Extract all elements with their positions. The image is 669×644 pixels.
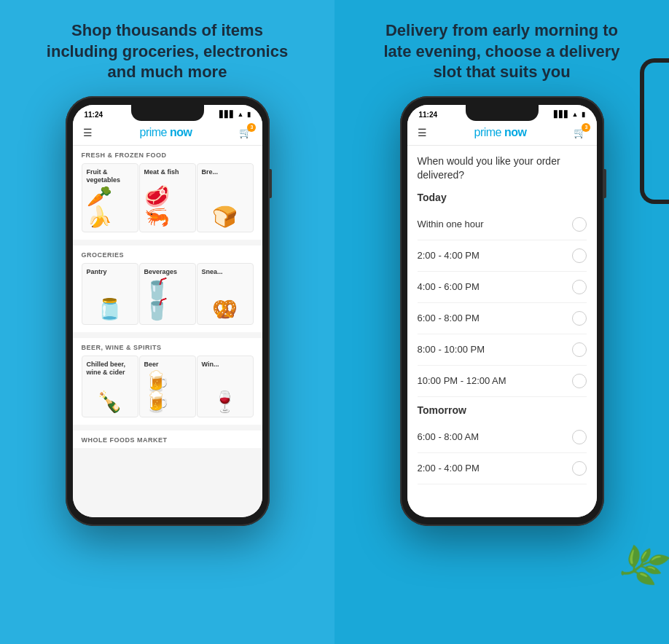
fresh-frozen-section: FRESH & FROZEN FOOD Fruit & vegetables 🥕… xyxy=(73,146,262,240)
slot-6-8am[interactable]: 6:00 - 8:00 AM xyxy=(418,422,587,453)
radio-1[interactable] xyxy=(572,217,587,232)
beer-name: Beer xyxy=(144,361,191,369)
app-header-left: ☰ prime now 🛒 3 xyxy=(73,122,262,146)
slot-text-5: 8:00 - 10:00 PM xyxy=(418,344,485,355)
radio-6[interactable] xyxy=(572,374,587,388)
prime-now-logo-left: prime now xyxy=(139,126,192,139)
app-header-right: ☰ prime now 🛒 3 xyxy=(407,122,597,146)
radio-8[interactable] xyxy=(572,461,587,476)
slot-within-one-hour[interactable]: Within one hour xyxy=(418,209,587,240)
radio-5[interactable] xyxy=(572,342,587,357)
beer-wine-items: Chilled beer, wine & cider 🍾 Beer 🍺🍺 xyxy=(73,356,262,425)
bread-name: Bre... xyxy=(202,168,249,176)
snacks-name: Snea... xyxy=(202,268,249,276)
beer-item[interactable]: Beer 🍺🍺 xyxy=(139,356,196,417)
wifi-icon-right: ▲ xyxy=(572,111,579,118)
cart-icon-left[interactable]: 🛒 3 xyxy=(239,127,251,138)
meat-fish-emoji: 🥩🦐 xyxy=(144,186,191,227)
pantry-item[interactable]: Pantry 🫙 xyxy=(82,263,138,325)
snacks-img: 🥨 xyxy=(202,279,249,320)
snacks-emoji: 🥨 xyxy=(212,299,238,320)
radio-7[interactable] xyxy=(572,430,587,444)
left-phone: 11:24 ▋▋▋ ▲ ▮ ☰ prime now 🛒 3 xyxy=(66,96,270,526)
beer-img: 🍺🍺 xyxy=(144,372,191,412)
wine-item[interactable]: Win... 🍷 xyxy=(197,356,254,417)
time-right: 11:24 xyxy=(419,111,438,119)
leek-decoration: 🌿 xyxy=(614,537,669,594)
slot-10pm-12am[interactable]: 10:00 PM - 12:00 AM xyxy=(418,366,587,397)
side-button-right xyxy=(604,169,606,198)
snacks-item[interactable]: Snea... 🥨 xyxy=(197,263,254,325)
bread-img: 🍞 xyxy=(202,179,249,228)
cart-badge-left: 3 xyxy=(247,123,256,132)
pantry-name: Pantry xyxy=(87,268,133,276)
menu-icon-right[interactable]: ☰ xyxy=(418,127,427,138)
slot-text-7: 6:00 - 8:00 AM xyxy=(418,431,480,442)
status-icons-right: ▋▋▋ ▲ ▮ xyxy=(554,111,585,118)
now-text-right: now xyxy=(504,126,527,139)
prime-text-left: prime xyxy=(139,126,167,139)
wine-img: 🍷 xyxy=(202,372,249,412)
chilled-beer-img: 🍾 xyxy=(87,380,133,412)
slot-8-10pm[interactable]: 8:00 - 10:00 PM xyxy=(418,334,587,366)
beer-wine-section: BEER, WINE & SPIRITS Chilled beer, wine … xyxy=(73,338,262,425)
time-left: 11:24 xyxy=(85,111,103,119)
fruit-veg-emoji: 🥕🍌 xyxy=(87,186,133,227)
menu-icon-left[interactable]: ☰ xyxy=(83,127,93,138)
slot-text-6: 10:00 PM - 12:00 AM xyxy=(418,375,506,386)
fresh-frozen-items: Fruit & vegetables 🥕🍌 Meat & fish 🥩🦐 xyxy=(73,163,262,240)
chilled-beer-emoji: 🍾 xyxy=(97,392,122,412)
wine-name: Win... xyxy=(202,361,249,369)
pantry-emoji: 🫙 xyxy=(97,299,122,320)
beverages-name: Beverages xyxy=(144,268,191,276)
right-panel: Delivery from early morning to late even… xyxy=(334,0,669,644)
right-phone: 11:24 ▋▋▋ ▲ ▮ ☰ prime now 🛒 3 xyxy=(400,96,604,526)
fresh-frozen-label: FRESH & FROZEN FOOD xyxy=(73,146,262,163)
slot-2-4pm-tomorrow[interactable]: 2:00 - 4:00 PM xyxy=(418,453,587,484)
left-panel: Shop thousands of items including grocer… xyxy=(0,0,334,644)
slot-2-4pm[interactable]: 2:00 - 4:00 PM xyxy=(418,240,587,272)
chilled-beer-name: Chilled beer, wine & cider xyxy=(87,361,133,377)
wifi-icon: ▲ xyxy=(238,111,244,118)
beverages-item[interactable]: Beverages 🥤🥤 xyxy=(139,263,196,325)
radio-4[interactable] xyxy=(572,311,587,326)
slot-6-8pm[interactable]: 6:00 - 8:00 PM xyxy=(418,303,587,334)
right-phone-screen: 11:24 ▋▋▋ ▲ ▮ ☰ prime now 🛒 3 xyxy=(407,105,597,517)
left-phone-screen: 11:24 ▋▋▋ ▲ ▮ ☰ prime now 🛒 3 xyxy=(73,105,262,517)
radio-2[interactable] xyxy=(572,248,587,263)
slot-text-4: 6:00 - 8:00 PM xyxy=(418,313,480,323)
groceries-label: GROCERIES xyxy=(73,246,262,263)
fruit-veg-item[interactable]: Fruit & vegetables 🥕🍌 xyxy=(82,163,138,233)
fruit-veg-img: 🥕🍌 xyxy=(87,186,133,227)
slot-text-8: 2:00 - 4:00 PM xyxy=(418,463,480,474)
bread-item[interactable]: Bre... 🍞 xyxy=(197,163,254,233)
bread-emoji: 🍞 xyxy=(212,207,238,227)
right-heading: Delivery from early morning to late even… xyxy=(378,20,626,83)
meat-fish-img: 🥩🦐 xyxy=(144,179,191,228)
delivery-question: When would you like your order delivered… xyxy=(418,154,587,183)
meat-fish-name: Meat & fish xyxy=(144,168,191,176)
beer-wine-label: BEER, WINE & SPIRITS xyxy=(73,338,262,356)
now-text-left: now xyxy=(170,126,192,139)
fruit-veg-name: Fruit & vegetables xyxy=(87,168,133,184)
meat-fish-item[interactable]: Meat & fish 🥩🦐 xyxy=(139,163,196,233)
signal-icon: ▋▋▋ xyxy=(219,111,235,118)
slot-text-3: 4:00 - 6:00 PM xyxy=(418,281,480,292)
groceries-items: Pantry 🫙 Beverages 🥤🥤 Sne xyxy=(73,263,262,332)
battery-icon: ▮ xyxy=(247,111,251,118)
chilled-beer-item[interactable]: Chilled beer, wine & cider 🍾 xyxy=(82,356,138,417)
radio-3[interactable] xyxy=(572,280,587,294)
cart-icon-right[interactable]: 🛒 3 xyxy=(574,127,586,138)
beer-emoji: 🍺🍺 xyxy=(144,372,191,412)
phone-notch-left xyxy=(131,105,204,121)
phone-notch-right xyxy=(466,105,539,121)
tomorrow-label: Tomorrow xyxy=(418,404,587,416)
side-button-left xyxy=(270,169,272,198)
cable-decoration xyxy=(640,58,669,204)
slot-4-6pm[interactable]: 4:00 - 6:00 PM xyxy=(418,272,587,303)
battery-icon-right: ▮ xyxy=(582,111,585,118)
whole-foods-section: WHOLE FOODS MARKET xyxy=(73,431,262,448)
delivery-content: When would you like your order delivered… xyxy=(407,146,597,517)
signal-icon-right: ▋▋▋ xyxy=(554,111,569,118)
beverages-img: 🥤🥤 xyxy=(144,279,191,320)
